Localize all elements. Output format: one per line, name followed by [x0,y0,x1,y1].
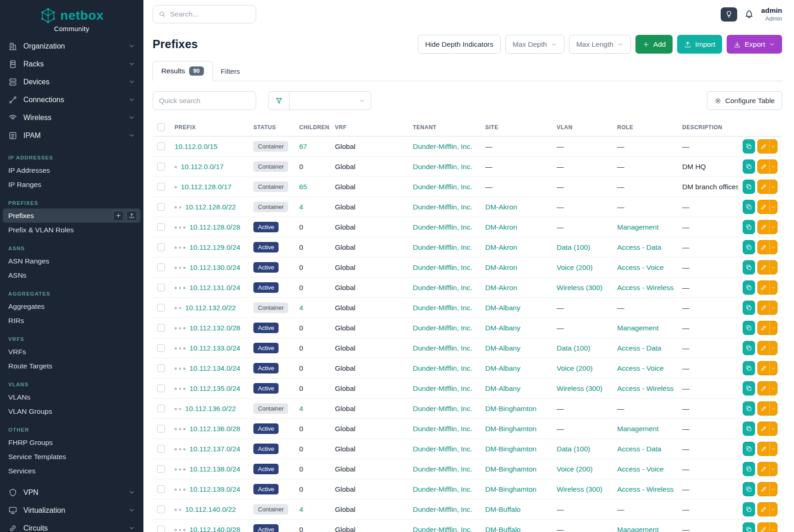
sidebar-item-ip-addresses[interactable]: IP Addresses [3,163,141,177]
role-link[interactable]: Access - Data [617,445,661,453]
tenant-link[interactable]: Dunder-Mifflin, Inc. [413,143,472,150]
edit-dropdown-button[interactable] [769,180,777,193]
sidebar-item-connections[interactable]: Connections [0,91,143,109]
site-link[interactable]: DM-Binghamton [485,445,537,453]
sidebar-item-service-templates[interactable]: Service Templates [3,450,141,464]
row-checkbox[interactable] [157,203,165,211]
site-link[interactable]: DM-Akron [485,223,517,231]
tab-results[interactable]: Results 90 [153,61,213,81]
tenant-link[interactable]: Dunder-Mifflin, Inc. [413,344,472,352]
role-link[interactable]: Access - Data [617,344,661,352]
role-link[interactable]: Access - Voice [617,364,664,372]
hide-depth-indicators-button[interactable]: Hide Depth Indicators [418,35,501,54]
import-button[interactable]: Import [677,35,722,54]
tenant-link[interactable]: Dunder-Mifflin, Inc. [413,324,472,332]
clone-button[interactable] [743,442,755,456]
theme-toggle-button[interactable] [721,7,737,22]
prefix-link[interactable]: 10.112.131.0/24 [190,284,241,291]
row-checkbox[interactable] [157,304,165,312]
prefix-link[interactable]: 10.112.128.0/22 [185,203,236,211]
clone-button[interactable] [743,401,755,416]
column-header-children[interactable]: CHILDREN [295,117,330,137]
role-link[interactable]: Management [617,223,658,231]
clone-button[interactable] [743,240,755,254]
site-link[interactable]: DM-Albany [485,344,520,352]
site-link[interactable]: DM-Binghamton [485,405,537,412]
prefix-link[interactable]: 10.112.140.0/28 [190,526,241,532]
vlan-link[interactable]: Data (100) [557,344,590,352]
prefix-link[interactable]: 10.112.132.0/22 [185,304,236,312]
edit-button[interactable] [758,180,769,193]
row-checkbox[interactable] [157,163,165,170]
row-checkbox[interactable] [157,364,165,372]
edit-dropdown-button[interactable] [769,483,777,496]
role-link[interactable]: Management [617,324,658,332]
edit-dropdown-button[interactable] [769,301,777,314]
prefix-link[interactable]: 10.112.133.0/24 [190,344,241,352]
sidebar-item-organization[interactable]: Organization [0,37,143,55]
row-checkbox[interactable] [157,505,165,513]
edit-button[interactable] [758,362,769,375]
row-checkbox[interactable] [157,465,165,473]
edit-button[interactable] [758,220,769,234]
site-link[interactable]: DM-Akron [485,203,517,211]
sidebar-item-vlan-groups[interactable]: VLAN Groups [3,404,141,418]
vlan-link[interactable]: Wireless (300) [557,284,602,291]
children-count[interactable]: 4 [299,203,303,211]
prefix-link[interactable]: 10.112.129.0/24 [190,243,241,251]
tenant-link[interactable]: Dunder-Mifflin, Inc. [413,445,472,453]
prefix-link[interactable]: 10.112.136.0/22 [185,405,236,412]
row-checkbox[interactable] [157,263,165,271]
sidebar-item-ipam[interactable]: IPAM [0,126,143,144]
tenant-link[interactable]: Dunder-Mifflin, Inc. [413,384,472,392]
role-link[interactable]: Access - Voice [617,263,664,271]
prefix-link[interactable]: 10.112.130.0/24 [190,263,241,271]
edit-dropdown-button[interactable] [769,503,777,516]
row-checkbox[interactable] [157,425,165,433]
edit-button[interactable] [758,402,769,415]
edit-button[interactable] [758,523,769,532]
clone-button[interactable] [743,482,755,496]
sidebar-item-fhrp-groups[interactable]: FHRP Groups [3,435,141,450]
prefix-link[interactable]: 10.112.136.0/28 [190,425,241,433]
prefix-link[interactable]: 10.112.135.0/24 [190,384,241,392]
edit-button[interactable] [758,462,769,476]
tenant-link[interactable]: Dunder-Mifflin, Inc. [413,364,472,372]
sidebar-item-ip-ranges[interactable]: IP Ranges [3,177,141,192]
prefix-link[interactable]: 10.112.134.0/24 [190,364,241,372]
edit-button[interactable] [758,261,769,274]
tenant-link[interactable]: Dunder-Mifflin, Inc. [413,223,472,231]
edit-button[interactable] [758,442,769,455]
sidebar-item-devices[interactable]: Devices [0,73,143,91]
edit-dropdown-button[interactable] [769,160,777,173]
row-checkbox[interactable] [157,324,165,332]
prefix-link[interactable]: 10.112.0.0/17 [181,163,224,170]
tenant-link[interactable]: Dunder-Mifflin, Inc. [413,465,472,473]
role-link[interactable]: Management [617,526,658,532]
edit-dropdown-button[interactable] [769,523,777,532]
edit-dropdown-button[interactable] [769,422,777,435]
vlan-link[interactable]: Data (100) [557,445,590,453]
sidebar-item-prefix-vlan-roles[interactable]: Prefix & VLAN Roles [3,223,141,237]
quick-search-input[interactable] [153,91,256,110]
edit-dropdown-button[interactable] [769,200,777,214]
edit-button[interactable] [758,281,769,294]
edit-dropdown-button[interactable] [769,442,777,455]
tab-filters[interactable]: Filters [213,62,248,81]
row-checkbox[interactable] [157,143,165,150]
sidebar-item-wireless[interactable]: Wireless [0,109,143,126]
clone-button[interactable] [743,381,755,395]
column-header-tenant[interactable]: TENANT [408,117,481,137]
max-length-dropdown[interactable]: Max Length [569,35,631,54]
edit-button[interactable] [758,301,769,314]
sidebar-item-virtualization[interactable]: Virtualization [0,501,143,519]
edit-dropdown-button[interactable] [769,140,777,153]
select-all-checkbox[interactable] [157,123,165,131]
clone-button[interactable] [743,361,755,375]
clone-button[interactable] [743,220,755,234]
row-checkbox[interactable] [157,223,165,231]
edit-button[interactable] [758,422,769,435]
sidebar-item-circuits[interactable]: Circuits [0,519,143,532]
edit-button[interactable] [758,160,769,173]
site-link[interactable]: DM-Binghamton [485,425,537,433]
